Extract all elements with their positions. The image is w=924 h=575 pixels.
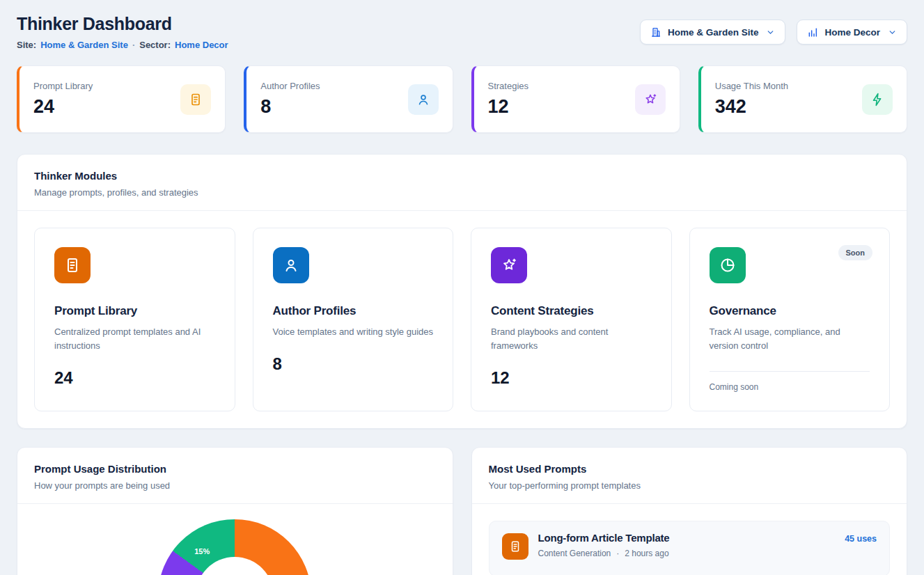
- stat-label: Strategies: [488, 81, 529, 91]
- stat-label: Usage This Month: [715, 81, 788, 91]
- thinker-modules-panel: Thinker Modules Manage prompts, profiles…: [17, 154, 907, 429]
- module-card-prompt-library[interactable]: Prompt Library Centralized prompt templa…: [34, 228, 235, 411]
- module-title: Prompt Library: [54, 304, 215, 318]
- stats-row: Prompt Library 24 Author Profiles 8 Stra…: [17, 65, 907, 133]
- stat-value: 342: [715, 96, 788, 118]
- prompt-time: 2 hours ago: [625, 549, 668, 558]
- module-description: Centralized prompt templates and AI inst…: [54, 325, 215, 353]
- header-left: Thinker Dashboard Site: Home & Garden Si…: [17, 14, 228, 50]
- modules-grid: Prompt Library Centralized prompt templa…: [17, 211, 907, 428]
- prompt-title: Long-form Article Template: [538, 532, 836, 544]
- dashboard-page: Thinker Dashboard Site: Home & Garden Si…: [0, 0, 924, 575]
- module-card-content-strategies[interactable]: Content Strategies Brand playbooks and c…: [471, 228, 672, 411]
- sector-link[interactable]: Home Decor: [175, 40, 228, 50]
- stat-text: Prompt Library 24: [33, 81, 93, 118]
- usage-subtitle: How your prompts are being used: [34, 480, 436, 491]
- chevron-down-icon: [888, 28, 897, 37]
- stat-text: Strategies 12: [488, 81, 529, 118]
- stat-value: 24: [33, 96, 93, 118]
- prompts-title: Most Used Prompts: [489, 463, 891, 475]
- header-selectors: Home & Garden Site Home Decor: [640, 14, 907, 45]
- prompts-header: Most Used Prompts Your top-performing pr…: [472, 448, 907, 504]
- modules-title: Thinker Modules: [34, 170, 890, 182]
- user-icon: [408, 84, 439, 115]
- module-title: Author Profiles: [273, 304, 434, 318]
- prompt-usage-panel: Prompt Usage Distribution How your promp…: [17, 447, 453, 575]
- site-label: Site:: [17, 40, 36, 50]
- modules-subtitle: Manage prompts, profiles, and strategies: [34, 187, 890, 198]
- stat-card-strategies: Strategies 12: [471, 65, 680, 133]
- page-title: Thinker Dashboard: [17, 14, 228, 34]
- bar-chart-icon: [807, 26, 818, 38]
- stat-label: Author Profiles: [260, 81, 320, 91]
- sector-selector-dropdown[interactable]: Home Decor: [797, 19, 907, 45]
- sector-selector-label: Home Decor: [824, 27, 880, 38]
- module-count: 12: [491, 368, 652, 388]
- uses-badge: 45 uses: [845, 534, 877, 565]
- module-count: 8: [273, 354, 434, 374]
- stat-value: 8: [260, 96, 320, 118]
- module-count: 24: [54, 368, 215, 388]
- donut-chart: 15%: [158, 519, 311, 575]
- donut-chart-area: 15%: [17, 504, 453, 575]
- stat-value: 12: [488, 96, 529, 118]
- user-icon: [273, 247, 309, 283]
- breadcrumb: Site: Home & Garden Site · Sector: Home …: [17, 40, 228, 50]
- module-title: Content Strategies: [491, 304, 652, 318]
- sparkle-star-icon: [635, 84, 666, 115]
- module-description: Brand playbooks and content frameworks: [491, 325, 652, 353]
- building-icon: [650, 26, 661, 38]
- separator-dot: ·: [616, 549, 619, 558]
- module-card-governance[interactable]: Soon Governance Track AI usage, complian…: [689, 228, 891, 411]
- prompt-category: Content Generation: [538, 549, 611, 558]
- page-header: Thinker Dashboard Site: Home & Garden Si…: [17, 14, 907, 50]
- most-used-prompts-panel: Most Used Prompts Your top-performing pr…: [471, 447, 908, 575]
- stat-card-usage: Usage This Month 342: [698, 65, 907, 133]
- site-selector-dropdown[interactable]: Home & Garden Site: [640, 19, 786, 45]
- site-link[interactable]: Home & Garden Site: [40, 40, 128, 50]
- stat-card-prompt-library: Prompt Library 24: [17, 65, 226, 133]
- site-selector-label: Home & Garden Site: [668, 27, 759, 38]
- bottom-row: Prompt Usage Distribution How your promp…: [17, 447, 907, 575]
- prompts-subtitle: Your top-performing prompt templates: [489, 480, 891, 491]
- pie-chart-icon: [710, 247, 746, 283]
- stat-text: Author Profiles 8: [260, 81, 320, 118]
- module-card-author-profiles[interactable]: Author Profiles Voice templates and writ…: [253, 228, 454, 411]
- soon-badge: Soon: [838, 245, 873, 260]
- chevron-down-icon: [766, 28, 775, 37]
- document-icon: [180, 84, 211, 115]
- sector-label: Sector:: [139, 40, 171, 50]
- separator-dot: ·: [132, 40, 135, 50]
- module-title: Governance: [710, 304, 870, 318]
- document-icon: [502, 533, 528, 560]
- stat-label: Prompt Library: [33, 81, 93, 91]
- prompt-info: Long-form Article Template Content Gener…: [538, 532, 836, 565]
- divider: [710, 371, 870, 372]
- module-description: Track AI usage, compliance, and version …: [710, 325, 870, 353]
- lightning-icon: [862, 84, 893, 115]
- stat-text: Usage This Month 342: [715, 81, 788, 118]
- modules-header: Thinker Modules Manage prompts, profiles…: [17, 155, 907, 211]
- prompt-list-item[interactable]: Long-form Article Template Content Gener…: [489, 521, 891, 575]
- donut-segment-label: 15%: [194, 547, 210, 556]
- coming-soon-text: Coming soon: [710, 382, 870, 392]
- sparkle-star-icon: [491, 247, 527, 283]
- prompt-meta: Content Generation · 2 hours ago: [538, 549, 836, 558]
- document-icon: [54, 247, 91, 283]
- usage-title: Prompt Usage Distribution: [34, 463, 436, 475]
- usage-header: Prompt Usage Distribution How your promp…: [17, 448, 453, 504]
- stat-card-author-profiles: Author Profiles 8: [244, 65, 453, 133]
- module-description: Voice templates and writing style guides: [273, 325, 434, 339]
